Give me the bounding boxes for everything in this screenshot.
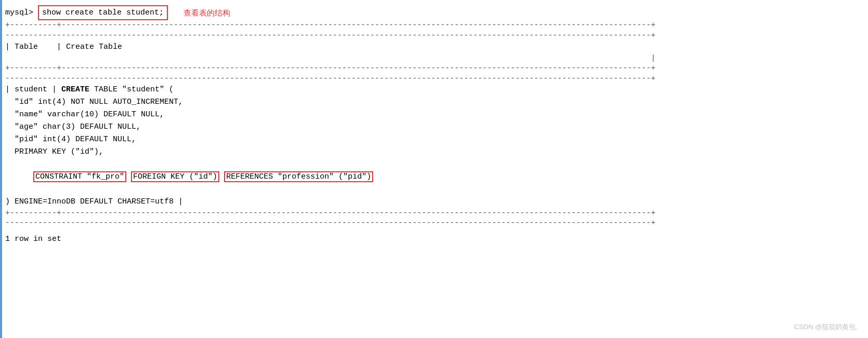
dashes-long-1: ----------------------------------------… bbox=[0, 31, 868, 40]
command-box: show create table student; bbox=[38, 5, 168, 20]
command-line: mysql> show create table student; 查看表的结构 bbox=[0, 5, 868, 20]
constraint-line: CONSTRAINT "fk_pro" FOREIGN KEY ("id") R… bbox=[0, 158, 868, 196]
constraint-pre bbox=[24, 172, 33, 181]
row-line-3: "name" varchar(10) DEFAULT NULL, bbox=[0, 109, 868, 121]
row-line-2: "id" int(4) NOT NULL AUTO_INCREMENT, bbox=[0, 96, 868, 109]
mysql-prompt: mysql> bbox=[5, 7, 38, 19]
foreign-key-box: FOREIGN KEY ("id") bbox=[131, 171, 219, 182]
constraint-box: CONSTRAINT "fk_pro" bbox=[33, 171, 126, 182]
separator-top: +----------+----------------------------… bbox=[0, 20, 868, 31]
space1 bbox=[126, 172, 131, 181]
table-header: | Table | Create Table bbox=[0, 40, 868, 54]
dashes-long-3: ----------------------------------------… bbox=[0, 218, 868, 228]
separator-mid: +----------+----------------------------… bbox=[0, 63, 868, 74]
row-line-5: "pid" int(4) DEFAULT NULL, bbox=[0, 133, 868, 146]
create-keyword: CREATE bbox=[61, 85, 89, 94]
dashes-long-2: ----------------------------------------… bbox=[0, 74, 868, 84]
row-line-1: | student | CREATE TABLE "student" ( bbox=[0, 84, 868, 96]
comment-text: 查看表的结构 bbox=[183, 7, 230, 19]
row-line-4: "age" char(3) DEFAULT NULL, bbox=[0, 121, 868, 133]
dashes-right: | bbox=[0, 53, 868, 63]
separator-bottom: +----------+----------------------------… bbox=[0, 208, 868, 219]
row-line-6: PRIMARY KEY ("id"), bbox=[0, 146, 868, 158]
space2 bbox=[219, 172, 224, 181]
csdn-watermark: CSDN @茄茄奶黄包. bbox=[794, 322, 858, 332]
footer-text: 1 row in set bbox=[0, 232, 868, 247]
row-line-8: ) ENGINE=InnoDB DEFAULT CHARSET=utf8 | bbox=[0, 196, 868, 208]
references-box: REFERENCES "profession" ("pid") bbox=[224, 171, 373, 182]
